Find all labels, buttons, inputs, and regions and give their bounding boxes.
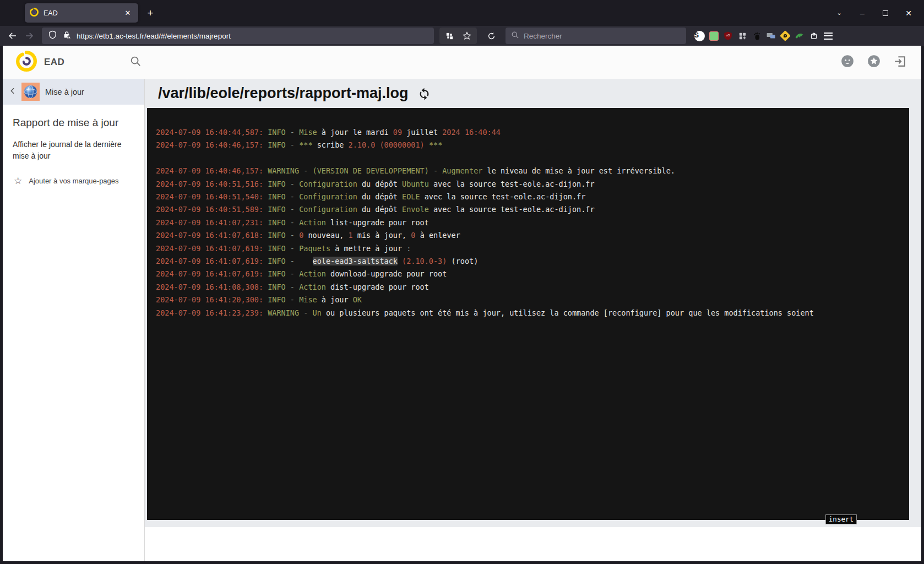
lock-warning-icon[interactable] bbox=[62, 30, 72, 42]
window-close-button[interactable]: ✕ bbox=[904, 9, 913, 18]
yellow-diamond-extension-icon[interactable] bbox=[780, 30, 791, 41]
screen-share-extension-icon[interactable] bbox=[765, 30, 776, 41]
new-tab-button[interactable]: + bbox=[142, 5, 159, 21]
skype-extension-icon[interactable]: S bbox=[694, 30, 705, 41]
log-line: 2024-07-09 16:40:51,540: INFO - Configur… bbox=[156, 191, 900, 203]
globe-icon bbox=[21, 83, 40, 101]
sidebar: Mise à jour Rapport de mise à jour Affic… bbox=[3, 79, 145, 561]
log-line: 2024-07-09 16:40:46,157: WARNING - (VERS… bbox=[156, 165, 900, 177]
tab-favicon-eole-icon bbox=[30, 8, 39, 19]
search-icon bbox=[511, 31, 519, 41]
search-bar[interactable]: Rechercher bbox=[506, 28, 686, 44]
lizard-extension-icon[interactable] bbox=[794, 30, 805, 41]
eole-logo bbox=[16, 51, 37, 74]
navigation-toolbar: https://etb1.ac-test.fr/ead/#/elements/m… bbox=[0, 26, 924, 46]
log-line: 2024-07-09 16:40:51,589: INFO - Configur… bbox=[156, 203, 900, 216]
browser-tab[interactable]: EAD ✕ bbox=[25, 3, 138, 23]
reload-button[interactable] bbox=[483, 29, 499, 43]
window-minimize-button[interactable]: – bbox=[858, 9, 867, 18]
gnome-foot-extension-icon[interactable] bbox=[751, 30, 762, 41]
sidebar-section-maj[interactable]: Mise à jour bbox=[3, 79, 144, 105]
page: EAD bbox=[0, 46, 924, 564]
tracking-protection-shield-icon[interactable] bbox=[48, 30, 57, 42]
tiles-plus-extension-icon[interactable] bbox=[737, 30, 748, 41]
extensions-puzzle-icon[interactable] bbox=[808, 30, 819, 41]
log-line: 2024-07-09 16:41:07,619: INFO - Paquets … bbox=[156, 242, 900, 255]
tiles-grid-icon[interactable] bbox=[442, 29, 457, 43]
log-line: 2024-07-09 16:41:08,308: INFO - Action d… bbox=[156, 281, 900, 294]
url-bar[interactable]: https://etb1.ac-test.fr/ead/#/elements/m… bbox=[42, 28, 434, 44]
tab-title: EAD bbox=[44, 9, 117, 17]
sidebar-section-label: Mise à jour bbox=[45, 88, 84, 96]
log-line bbox=[156, 152, 900, 165]
app-name: EAD bbox=[44, 57, 64, 68]
logout-icon[interactable] bbox=[893, 55, 907, 70]
refresh-log-icon[interactable] bbox=[417, 86, 432, 101]
search-placeholder: Rechercher bbox=[524, 32, 562, 40]
add-bookmark-label: Ajouter à vos marque-pages bbox=[29, 177, 118, 185]
main-panel: /var/lib/eole/reports/rapport-maj.log 20… bbox=[145, 79, 921, 561]
log-line: 2024-07-09 16:40:46,157: INFO - *** scri… bbox=[156, 139, 900, 151]
log-line: 2024-07-09 16:41:07,231: INFO - Action l… bbox=[156, 216, 900, 229]
green-square-extension-icon[interactable] bbox=[708, 30, 719, 41]
sidebar-heading: Rapport de mise à jour bbox=[3, 105, 144, 129]
tab-bar: EAD ✕ + ⌄ – ✕ bbox=[0, 0, 924, 26]
url-text[interactable]: https://etb1.ac-test.fr/ead/#/elements/m… bbox=[77, 32, 231, 40]
list-tabs-chevron-icon[interactable]: ⌄ bbox=[835, 9, 844, 18]
vim-mode-indicator: insert bbox=[825, 514, 857, 524]
star-outline-icon: ☆ bbox=[14, 176, 22, 186]
chevron-left-icon[interactable] bbox=[8, 86, 17, 97]
page-title: /var/lib/eole/reports/rapport-maj.log bbox=[158, 85, 409, 102]
favorites-star-icon[interactable] bbox=[867, 54, 881, 70]
window-maximize-button[interactable] bbox=[881, 9, 890, 18]
content: Mise à jour Rapport de mise à jour Affic… bbox=[3, 79, 921, 561]
log-output[interactable]: 2024-07-09 16:40:44,587: INFO - Mise à j… bbox=[147, 108, 909, 520]
browser-window: EAD ✕ + ⌄ – ✕ bbox=[0, 0, 924, 564]
menu-hamburger-icon[interactable] bbox=[823, 30, 834, 41]
app-search-icon[interactable] bbox=[129, 55, 142, 69]
svg-text:uO: uO bbox=[726, 34, 730, 37]
log-line: 2024-07-09 16:41:07,619: INFO - eole-ead… bbox=[156, 255, 900, 268]
forward-button[interactable] bbox=[21, 28, 37, 44]
log-line: 2024-07-09 16:41:20,300: INFO - Mise à j… bbox=[156, 294, 900, 306]
log-line: 2024-07-09 16:41:07,618: INFO - 0 nouvea… bbox=[156, 229, 900, 242]
ublock-origin-extension-icon[interactable]: uO bbox=[722, 30, 733, 41]
log-line: 2024-07-09 16:41:23,239: WARNING - Un ou… bbox=[156, 307, 900, 319]
sidebar-link-journal[interactable]: Afficher le journal de la dernière mise … bbox=[3, 129, 144, 162]
log-line: 2024-07-09 16:41:07,619: INFO - Action d… bbox=[156, 268, 900, 280]
back-button[interactable] bbox=[4, 28, 21, 44]
add-bookmark-button[interactable]: ☆ Ajouter à vos marque-pages bbox=[3, 162, 144, 186]
app-header: EAD bbox=[3, 46, 921, 79]
user-face-icon[interactable] bbox=[840, 54, 855, 70]
bookmark-star-icon[interactable] bbox=[459, 29, 475, 43]
tab-close-icon[interactable]: ✕ bbox=[122, 8, 133, 19]
log-line: 2024-07-09 16:40:51,516: INFO - Configur… bbox=[156, 178, 900, 191]
log-line: 2024-07-09 16:40:44,587: INFO - Mise à j… bbox=[156, 126, 900, 139]
